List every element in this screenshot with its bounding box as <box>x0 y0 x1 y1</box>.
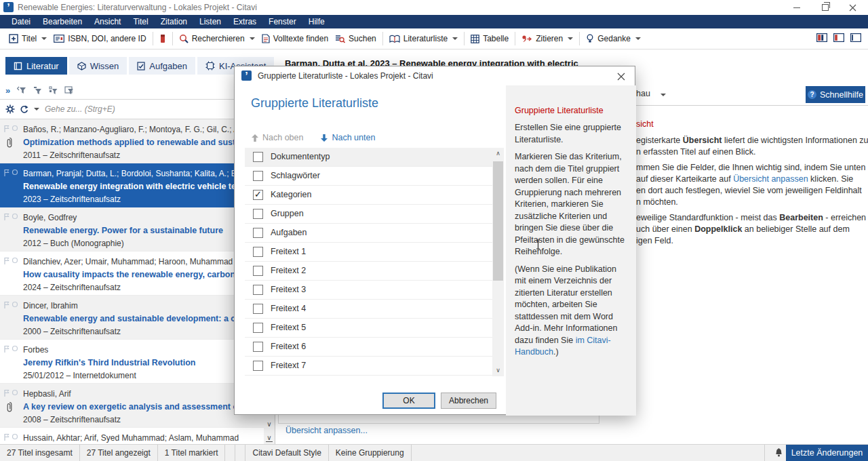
criteria-row[interactable]: Schlagwörter <box>245 167 492 186</box>
layout-single-column-icon[interactable] <box>850 33 861 42</box>
criteria-checkbox[interactable] <box>253 323 263 333</box>
criteria-checkbox[interactable] <box>253 152 263 162</box>
filter-flat-icon[interactable] <box>33 86 42 95</box>
move-up-button[interactable]: Nach oben <box>252 133 303 142</box>
criteria-checkbox[interactable] <box>253 342 263 352</box>
titel-button[interactable]: Titel <box>5 32 50 45</box>
criteria-row[interactable]: Dokumententyp <box>245 148 492 167</box>
criteria-row[interactable]: Freitext 6 <box>245 338 492 357</box>
close-button[interactable] <box>841 0 864 15</box>
close-icon <box>617 73 625 81</box>
scroll-to-end-button[interactable] <box>264 431 275 444</box>
criteria-row[interactable]: Freitext 7 <box>245 357 492 376</box>
tabelle-button[interactable]: Tabelle <box>467 32 512 45</box>
uebersicht-anpassen-link[interactable]: Übersicht anpassen... <box>285 426 368 435</box>
schnellhilfe-button[interactable]: Schnellhilfe <box>806 86 865 103</box>
reference-item[interactable]: Hepbasli, Arif A key review on exergetic… <box>0 384 264 428</box>
isbn-doi-button[interactable]: ISBN, DOI, andere ID <box>50 32 149 45</box>
zitieren-button[interactable]: Zitieren <box>518 32 576 45</box>
circle-icon <box>12 169 18 177</box>
tab-literatur[interactable]: Literatur <box>5 57 67 75</box>
menu-listen[interactable]: Listen <box>193 15 227 28</box>
status-grouping[interactable]: Keine Gruppierung <box>329 445 412 461</box>
criteria-checkbox[interactable] <box>253 228 263 238</box>
gear-icon[interactable] <box>5 104 15 114</box>
menu-datei[interactable]: Datei <box>5 15 37 28</box>
menu-hilfe[interactable]: Hilfe <box>302 15 331 28</box>
tab-aufgaben[interactable]: Aufgaben <box>129 57 195 75</box>
reference-item[interactable]: Forbes Jeremy Rifkin's Third Industrial … <box>0 340 264 384</box>
criteria-row[interactable]: Gruppen <box>245 205 492 224</box>
tab-wissen[interactable]: Wissen <box>69 57 127 75</box>
reference-item[interactable]: Dilanchiev, Azer; Umair, Muhammad; Haroo… <box>0 252 264 296</box>
criteria-checkbox[interactable] <box>253 285 263 295</box>
chevron-down-icon[interactable] <box>34 108 39 111</box>
volltexte-finden-button[interactable]: Volltexte finden <box>258 32 332 45</box>
menu-bearbeiten[interactable]: Bearbeiten <box>37 15 88 28</box>
reference-item[interactable]: Dincer, Ibrahim Renewable energy and sus… <box>0 296 264 340</box>
suchen-button[interactable]: Suchen <box>332 32 380 45</box>
criteria-row[interactable]: Kategorien <box>245 186 492 205</box>
criteria-checkbox[interactable] <box>253 361 263 371</box>
criteria-row[interactable]: Freitext 4 <box>245 300 492 319</box>
menu-fenster[interactable]: Fenster <box>262 15 302 28</box>
chevron-down-icon[interactable] <box>660 94 666 96</box>
refresh-icon[interactable] <box>19 105 28 114</box>
criteria-row[interactable]: Freitext 3 <box>245 281 492 300</box>
lightbulb-icon <box>586 34 594 43</box>
criteria-checkbox[interactable] <box>253 209 263 219</box>
status-total: 27 Titel insgesamt <box>0 445 80 461</box>
reference-item[interactable]: Hussain, Akhtar; Arif, Syed Muhammad; As… <box>0 428 264 444</box>
criteria-checkbox[interactable] <box>253 171 263 181</box>
filter-compact-icon[interactable] <box>49 86 58 95</box>
layout-three-columns-icon[interactable] <box>816 33 827 42</box>
criteria-checkbox[interactable] <box>253 247 263 257</box>
dialog-close-button[interactable] <box>614 70 628 83</box>
goto-search-input[interactable] <box>43 104 236 115</box>
scroll-down-button[interactable] <box>492 365 504 376</box>
criteria-row[interactable]: Aufgaben <box>245 224 492 243</box>
scrollbar-thumb[interactable] <box>493 161 503 281</box>
layout-switcher <box>816 33 861 42</box>
criteria-checkbox[interactable] <box>253 190 263 200</box>
criteria-checkbox[interactable] <box>253 304 263 314</box>
reference-title: Renewable energy and sustainable develop… <box>23 312 262 325</box>
vorschau-tab-fragment[interactable]: hau <box>636 89 650 98</box>
help-text-line: en dort auch festlegen, wieviel Sie vom … <box>636 185 868 197</box>
restore-button[interactable] <box>814 0 837 15</box>
scroll-up-button[interactable] <box>492 148 504 159</box>
criteria-row[interactable]: Freitext 1 <box>245 243 492 262</box>
filter-panel-icon[interactable] <box>64 86 74 95</box>
criteria-row[interactable]: Freitext 5 <box>245 319 492 338</box>
minimize-button[interactable] <box>785 0 808 15</box>
reference-item[interactable]: Boyle, Godfrey Renewable energy. Power f… <box>0 207 264 252</box>
layout-two-columns-icon[interactable] <box>833 33 844 42</box>
criteria-checkbox[interactable] <box>253 266 263 276</box>
criteria-scrollbar[interactable] <box>492 148 504 376</box>
status-citation-style[interactable]: Citavi Default Style <box>245 445 328 461</box>
criteria-row[interactable]: Freitext 2 <box>245 262 492 281</box>
notification-bell-icon[interactable] <box>774 447 784 458</box>
reference-item-selected[interactable]: Barman, Pranjal; Dutta, L.; Bordoloi, Su… <box>0 163 264 207</box>
recherchieren-button[interactable]: Recherchieren <box>176 32 258 45</box>
menu-titel[interactable]: Titel <box>127 15 154 28</box>
menu-extras[interactable]: Extras <box>227 15 262 28</box>
ok-button[interactable]: OK <box>382 393 435 409</box>
filter-back-icon[interactable] <box>17 86 26 95</box>
literaturliste-button[interactable]: Literaturliste <box>386 32 461 45</box>
document-icon <box>262 34 270 43</box>
toolbar-separator <box>153 32 153 45</box>
gedanke-button[interactable]: Gedanke <box>583 32 644 45</box>
move-down-button[interactable]: Nach unten <box>321 133 375 142</box>
menu-ansicht[interactable]: Ansicht <box>88 15 127 28</box>
picker-button[interactable] <box>156 32 170 45</box>
scroll-down-button[interactable] <box>264 418 275 431</box>
reference-authors: Forbes <box>23 344 262 356</box>
chevron-double-icon[interactable] <box>5 85 10 96</box>
abbrechen-button[interactable]: Abbrechen <box>441 393 496 409</box>
reference-item[interactable]: Baños, R.; Manzano-Agugliaro, F.; Montoy… <box>0 119 264 163</box>
uebersicht-anpassen-inline-link[interactable]: Übersicht anpassen <box>733 174 808 184</box>
letzte-aenderungen-button[interactable]: Letzte Änderungen <box>786 445 868 461</box>
book-icon <box>389 35 400 43</box>
menu-zitation[interactable]: Zitation <box>155 15 193 28</box>
